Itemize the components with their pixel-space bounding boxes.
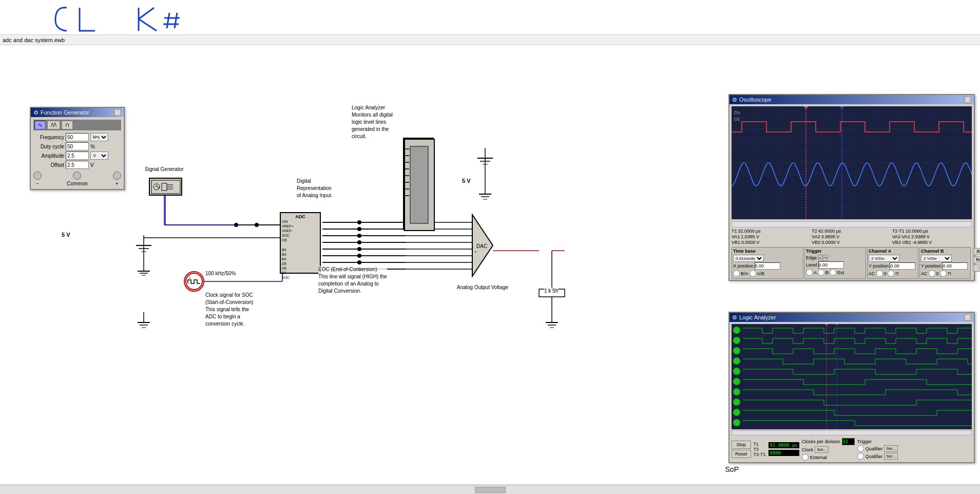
fg-frequency-unit[interactable]: kHz Hz MHz xyxy=(90,133,108,141)
osc-timebase-row: 0.01ms/div xyxy=(733,255,802,262)
svg-point-117 xyxy=(733,398,740,406)
osc-cha-0-radio[interactable] xyxy=(888,270,894,277)
fg-frequency-input[interactable] xyxy=(66,133,89,141)
osc-reverse-btn[interactable]: Reverse xyxy=(973,256,980,263)
osc-scrollbar[interactable] xyxy=(732,221,972,227)
osc-cha-ac-radio[interactable] xyxy=(876,270,883,277)
la-cpd-input[interactable] xyxy=(842,438,855,445)
osc-va2-unit: V xyxy=(836,234,839,239)
fg-amplitude-unit[interactable]: V mV xyxy=(90,151,108,160)
fg-square-btn[interactable]: ⊓ xyxy=(62,121,73,129)
osc-ab-radio[interactable] xyxy=(750,270,756,277)
fg-dutycycle-input[interactable] xyxy=(66,142,89,150)
osc-vb2-val: 0.0000 xyxy=(821,240,836,245)
svg-point-36 xyxy=(357,227,361,231)
osc-chb-ac-radio[interactable] xyxy=(929,270,935,277)
svg-point-41 xyxy=(357,260,361,264)
osc-ba-radio[interactable] xyxy=(733,270,740,277)
scroll-thumb[interactable] xyxy=(475,487,506,493)
fg-minus-circle xyxy=(33,172,42,180)
la-stop-btn[interactable]: Stop xyxy=(732,441,751,449)
fg-amplitude-input[interactable] xyxy=(66,151,89,160)
la-qualifier-label: Qualifier xyxy=(866,446,883,451)
osc-cha-dc-label: ⊓ xyxy=(895,271,899,276)
osc-vb2vb1-unit: V xyxy=(929,240,932,245)
logic-analyzer-panel: ⚙ Logic Analyzer × xyxy=(728,312,975,463)
la-qualifier2-set-btn[interactable]: Set... xyxy=(884,453,898,460)
eoc-annotation: EOC (End-of-Conversion)This line will si… xyxy=(318,266,387,295)
fg-triangle-btn[interactable]: /\/\ xyxy=(47,121,60,129)
osc-svg: Du Oc xyxy=(732,106,972,219)
fg-plus-label: + xyxy=(116,181,119,186)
analog-output-text: Analog Output Voltage xyxy=(457,284,508,290)
title-area xyxy=(0,0,980,35)
la-clocks-section: Clocks per division Clock Set... Externa… xyxy=(802,438,855,461)
osc-trigger-a-radio[interactable] xyxy=(806,269,813,276)
osc-trigger-ext-radio[interactable] xyxy=(830,269,836,276)
osc-xpos-input[interactable] xyxy=(755,262,780,270)
osc-cha-ypos-row: Y position xyxy=(869,262,917,270)
la-qualifier-radio[interactable] xyxy=(857,445,864,452)
osc-chb-ypos-row: Y position xyxy=(921,262,969,270)
osc-va2-label: VA2 xyxy=(812,234,820,239)
eoc-text: EOC (End-of-Conversion)This line will si… xyxy=(318,267,387,294)
osc-measurements: T1 32.0000 µs T2 42.0000 µs T2-T1 10.000… xyxy=(729,227,974,246)
osc-va2va1-cell: VA2-VA1 2.9389 V xyxy=(892,234,972,239)
svg-point-111 xyxy=(733,337,740,344)
osc-cha-ypos-input[interactable] xyxy=(890,262,915,270)
osc-t2-unit: µs xyxy=(836,229,841,234)
osc-close-button[interactable]: × xyxy=(964,96,971,103)
osc-chb-scale-select[interactable]: 2 V/Div xyxy=(921,255,952,262)
fg-title-left: ⚙ Function Generator xyxy=(33,109,89,116)
osc-t2-val: 42.0000 xyxy=(818,229,835,234)
osc-xpos-row: X position xyxy=(733,262,802,270)
osc-cha-coupling-row: AC 0 ⊓ xyxy=(869,270,917,277)
fg-sine-btn[interactable]: ∿ xyxy=(34,121,46,129)
sop-text: SoP xyxy=(725,465,739,473)
svg-point-35 xyxy=(357,220,361,224)
fg-offset-input[interactable] xyxy=(66,161,89,169)
la-close-button[interactable]: × xyxy=(964,314,971,321)
la-screen xyxy=(732,324,972,429)
osc-timebase-select[interactable]: 0.01ms/div xyxy=(733,255,764,262)
bottom-scrollbar[interactable] xyxy=(0,485,980,494)
clock-desc-text: Clock signal for SOC(Start-of-Conversion… xyxy=(205,292,253,327)
fg-waveforms: ∿ /\/\ ⊓ xyxy=(33,120,121,130)
fg-close-button[interactable]: × xyxy=(114,109,121,116)
svg-point-112 xyxy=(733,347,740,354)
osc-t1-val: 32.0000 xyxy=(738,229,755,234)
osc-cha-0-label: 0 xyxy=(884,271,887,276)
svg-marker-107 xyxy=(839,106,844,109)
la-qualifier-set-btn[interactable]: Set... xyxy=(884,445,898,452)
la-component-svg xyxy=(404,139,435,231)
osc-save-btn[interactable]: Save xyxy=(973,264,980,272)
la-clock-set-btn[interactable]: Set... xyxy=(815,446,829,453)
osc-chb-ypos-input[interactable] xyxy=(942,262,968,270)
clock-freq-text: 100 kHz/50% xyxy=(205,271,236,276)
fg-body: ∿ /\/\ ⊓ Frequency kHz Hz MHz Duty cycle… xyxy=(31,117,124,189)
osc-vb2vb1-label: VB2-VB1 xyxy=(892,240,911,245)
osc-vb2vb1-cell: VB2-VB1 -4.9885 V xyxy=(892,240,972,245)
la-qualifier2-radio[interactable] xyxy=(857,453,864,460)
osc-reduce-btn[interactable]: Reduce xyxy=(973,248,980,255)
osc-chb-0-radio[interactable] xyxy=(940,270,947,277)
osc-title-left: ⚙ Oscilloscope xyxy=(732,97,771,103)
svg-point-115 xyxy=(733,378,740,385)
osc-trigger-b-radio[interactable] xyxy=(818,269,824,276)
svg-marker-62 xyxy=(472,215,493,276)
svg-point-114 xyxy=(733,368,740,375)
fg-offset-unit: V xyxy=(90,162,106,168)
fg-plus-terminal: + xyxy=(113,172,121,186)
fg-icon: ⚙ xyxy=(33,109,39,116)
la-external-radio[interactable] xyxy=(802,454,809,461)
la-desc-annotation: Logic AnalyzerMonitors all digitallogic … xyxy=(352,104,393,140)
digital-rep-text: DigitalRepresentationof Analog Input. xyxy=(297,178,333,198)
osc-va1-val: 1.0385 xyxy=(741,234,755,239)
osc-trigger-level-input[interactable] xyxy=(818,261,844,269)
osc-cha-scale-select[interactable]: 2 V/Div xyxy=(869,255,899,262)
osc-cha-ac-label: AC xyxy=(869,271,875,276)
fg-common-circle xyxy=(73,172,81,180)
la-scrollbar[interactable] xyxy=(732,430,972,435)
fg-plus-circle xyxy=(113,172,121,180)
la-reset-btn[interactable]: Reset xyxy=(732,450,751,458)
